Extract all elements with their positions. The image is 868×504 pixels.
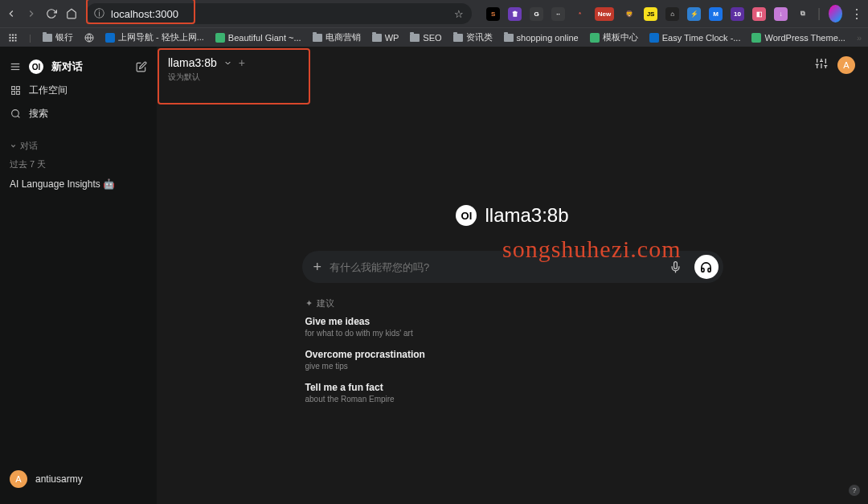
svg-rect-6 [10,39,11,41]
apps-grid-icon[interactable] [8,33,18,43]
sidebar: OI 新对话 工作空间 搜索 对话 过去 7 天 AI Language Ins… [0,47,157,504]
svg-rect-1 [12,34,14,35]
compose-icon[interactable] [136,61,147,72]
svg-rect-7 [12,39,14,41]
suggestion-item[interactable]: Overcome procrastinationgive me tips [302,342,723,375]
sidebar-item-search[interactable]: 搜索 [10,102,147,125]
menu-icon[interactable] [10,61,21,72]
suggestion-desc: about the Roman Empire [305,395,720,404]
hero-title: llama3:8b [485,204,568,227]
model-selector[interactable]: llama3:8b + [168,56,245,69]
bookmark-item[interactable]: 电商营销 [313,31,361,43]
bookmark-item[interactable]: SEO [410,33,441,43]
url-bar[interactable]: ⓘ localhost:3000 ☆ [86,3,472,24]
svg-line-19 [18,116,19,117]
svg-rect-3 [10,37,11,39]
svg-rect-4 [12,37,14,39]
hero: OI llama3:8b [456,204,568,227]
suggestions: ✦ 建议 Give me ideasfor what to do with my… [302,297,723,408]
home-button[interactable] [66,6,78,22]
extension-icon[interactable]: ·· [551,7,565,21]
help-button[interactable]: ? [849,485,860,496]
back-button[interactable] [5,6,17,22]
grid-icon [10,85,21,96]
profile-avatar[interactable] [829,5,842,23]
center-area: OI llama3:8b + ✦ 建议 Give me ideasfor wha… [157,96,868,504]
browser-chrome: ⓘ localhost:3000 ☆ S🗑G··*New🦁JS⌂⚡M10◧↓⧉ … [0,0,868,47]
sidebar-item-workspace[interactable]: 工作空间 [10,79,147,102]
extension-icon[interactable]: JS [644,7,657,21]
divider: | [817,6,821,21]
forward-button[interactable] [25,6,37,22]
bookmark-item[interactable]: WordPress Theme... [751,33,845,43]
svg-rect-16 [16,92,19,95]
svg-rect-8 [15,39,17,41]
sidebar-time-label: 过去 7 天 [0,155,157,174]
sidebar-section-conversations[interactable]: 对话 [0,133,157,155]
suggestion-item[interactable]: Give me ideasfor what to do with my kids… [302,309,723,342]
site-info-icon[interactable]: ⓘ [94,6,104,21]
bookmark-item[interactable]: 银行 [43,31,73,43]
extension-icon[interactable]: ⚡ [687,7,701,21]
set-default-link[interactable]: 设为默认 [168,72,245,83]
extension-icon[interactable]: 10 [731,7,744,21]
attach-button[interactable]: + [313,259,322,276]
chat-input-row: + [302,251,723,283]
headphones-button[interactable] [694,255,719,279]
extension-icon[interactable]: 🦁 [622,7,636,21]
bookmark-item[interactable]: 模板中心 [590,31,638,43]
extension-icon[interactable]: ⧉ [796,7,809,21]
search-icon [10,109,21,120]
main-panel: llama3:8b + 设为默认 A OI llama3:8b + [157,47,868,504]
workspace-label: 工作空间 [29,84,68,97]
sparkle-icon: ✦ [305,298,313,309]
svg-rect-2 [15,34,17,35]
suggestion-desc: for what to do with my kids' art [305,329,720,338]
extension-icon[interactable]: ↓ [774,7,788,21]
extension-icon[interactable]: New [595,7,614,21]
user-avatar: A [10,470,27,488]
browser-menu-button[interactable]: ⋮ [850,6,863,22]
extension-icon[interactable]: M [709,7,723,21]
extension-icon[interactable]: G [530,7,543,21]
extension-icon[interactable]: * [573,7,587,21]
topbar-right: A [815,55,855,74]
bookmark-item[interactable]: WP [372,33,399,43]
svg-rect-5 [15,37,17,39]
bookmarks-bar: |银行上网导航 - 轻快上网...Beautiful Giant ~...电商营… [0,27,868,47]
svg-rect-14 [11,87,14,90]
mic-button[interactable] [665,256,686,277]
suggestion-item[interactable]: Tell me a fun factabout the Roman Empire [302,375,723,408]
bookmark-item[interactable]: 上网导航 - 轻快上网... [105,31,204,43]
bookmark-item[interactable]: Easy Time Clock -... [649,33,741,43]
sidebar-header: OI 新对话 [10,55,147,79]
browser-toolbar: ⓘ localhost:3000 ☆ S🗑G··*New🦁JS⌂⚡M10◧↓⧉ … [0,0,868,27]
svg-rect-0 [10,34,11,35]
add-model-button[interactable]: + [239,56,245,69]
bookmark-item[interactable]: shopping online [504,33,579,43]
chevron-down-icon [223,59,232,68]
new-chat-label[interactable]: 新对话 [51,59,83,74]
settings-icon[interactable] [815,57,828,73]
sidebar-footer[interactable]: A antiusarmy [0,459,157,504]
extension-icon[interactable]: ⌂ [665,7,679,21]
bookmark-item[interactable]: Beautiful Giant ~... [215,33,301,43]
suggestion-title: Give me ideas [305,316,720,327]
chat-input[interactable] [330,261,657,273]
chevron-down-icon [10,142,17,150]
reload-button[interactable] [46,6,58,22]
model-selector-box: llama3:8b + 设为默认 [168,55,245,89]
extension-icon[interactable]: 🗑 [508,7,522,21]
search-label: 搜索 [29,107,48,121]
extension-icon[interactable]: ◧ [752,7,766,21]
topbar-avatar[interactable]: A [837,56,855,74]
svg-rect-17 [11,92,14,95]
svg-rect-15 [16,87,19,90]
app-container: OI 新对话 工作空间 搜索 对话 过去 7 天 AI Language Ins… [0,47,868,504]
extension-icon[interactable]: S [486,7,500,21]
main-topbar: llama3:8b + 设为默认 A [157,47,868,96]
bookmark-star-icon[interactable]: ☆ [454,8,464,20]
bookmark-item[interactable] [84,33,94,43]
sidebar-chat-item[interactable]: AI Language Insights 🤖 [0,174,157,195]
bookmark-item[interactable]: 资讯类 [453,31,493,43]
